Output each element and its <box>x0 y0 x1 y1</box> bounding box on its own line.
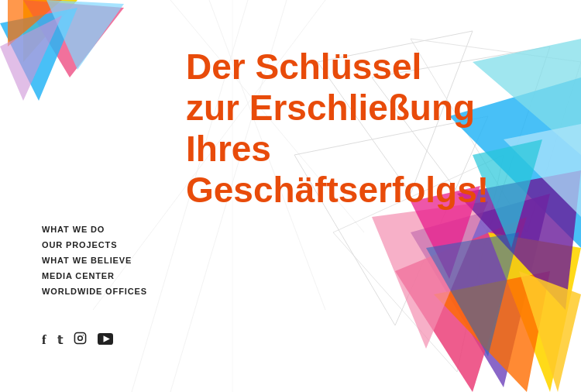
top-left-decoration <box>0 0 155 155</box>
svg-rect-30 <box>74 332 85 343</box>
nav-media-center[interactable]: MEDIA CENTER <box>42 271 147 280</box>
nav-our-projects[interactable]: OUR PROJECTS <box>42 240 147 249</box>
twitter-icon[interactable]: 𝕥 <box>57 333 63 347</box>
sidebar-nav: WHAT WE DO OUR PROJECTS WHAT WE BELIEVE … <box>42 225 147 296</box>
nav-what-we-believe[interactable]: WHAT WE BELIEVE <box>42 256 147 265</box>
youtube-icon[interactable] <box>98 333 113 348</box>
facebook-icon[interactable]: f <box>42 332 46 348</box>
nav-worldwide-offices[interactable]: WORLDWIDE OFFICES <box>42 287 147 296</box>
headline-text: Der Schlüssel zur Erschließung Ihres Ges… <box>186 46 480 211</box>
svg-point-32 <box>82 335 83 335</box>
instagram-icon[interactable] <box>74 332 87 349</box>
nav-what-we-do[interactable]: WHAT WE DO <box>42 225 147 234</box>
social-icons-bar: f 𝕥 <box>42 332 113 349</box>
svg-point-31 <box>77 336 82 341</box>
page-container: WHAT WE DO OUR PROJECTS WHAT WE BELIEVE … <box>0 0 581 392</box>
main-headline: Der Schlüssel zur Erschließung Ihres Ges… <box>186 46 480 211</box>
